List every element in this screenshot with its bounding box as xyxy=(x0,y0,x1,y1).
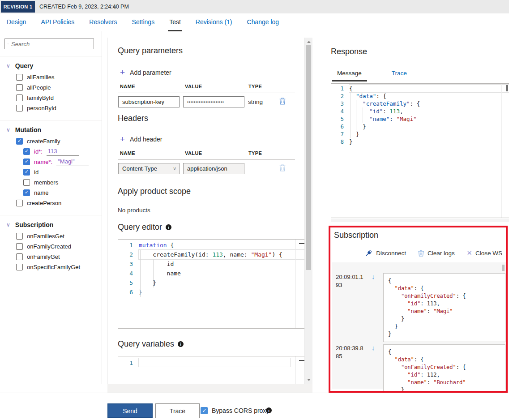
tab-message[interactable]: Message xyxy=(332,70,367,81)
chevron-down-icon[interactable] xyxy=(6,222,10,228)
scroll-down-arrow[interactable] xyxy=(307,379,311,381)
code-line: 1 mutation { xyxy=(118,240,304,250)
clear-logs-label: Clear logs xyxy=(428,250,455,257)
tab-api-policies[interactable]: API Policies xyxy=(40,18,76,31)
json-line: } xyxy=(388,315,500,323)
json-key: "data" xyxy=(349,93,376,99)
clear-logs-button[interactable]: Clear logs xyxy=(418,249,455,257)
arg-name-input[interactable]: "Magi" xyxy=(56,158,89,166)
checkbox[interactable] xyxy=(23,148,30,155)
log-timestamp: 20:09:01.193 xyxy=(336,273,370,289)
tree-item-onSpecificFamilyGet[interactable]: onSpecificFamilyGet xyxy=(0,262,102,272)
info-icon[interactable] xyxy=(178,341,184,347)
chevron-down-icon[interactable] xyxy=(6,63,10,69)
checkbox[interactable] xyxy=(16,84,23,91)
download-arrow-icon[interactable] xyxy=(372,273,375,280)
checkbox[interactable] xyxy=(16,264,23,270)
tree-item-allPeople[interactable]: allPeople xyxy=(0,82,102,93)
response-editor[interactable]: 1 { 2 "data": { 3 "createFamily": { 4 "i… xyxy=(331,83,509,218)
revision-dropdown-chevron-icon[interactable] xyxy=(113,0,117,13)
tree-item-personById[interactable]: personById xyxy=(0,103,102,113)
checkbox[interactable] xyxy=(23,179,30,186)
bypass-cors-checkbox[interactable] xyxy=(201,407,208,414)
tree-item-label: onSpecificFamilyGet xyxy=(27,264,80,270)
search-box[interactable] xyxy=(4,39,94,49)
checkbox[interactable] xyxy=(16,233,23,240)
checkbox[interactable] xyxy=(16,253,23,260)
tab-design[interactable]: Design xyxy=(5,18,28,31)
info-icon[interactable] xyxy=(266,407,272,413)
checkbox[interactable] xyxy=(16,74,23,81)
scrollbar-thumb[interactable] xyxy=(502,265,505,271)
scrollbar-thumb[interactable] xyxy=(506,85,508,91)
code-line: 4 name xyxy=(118,269,304,278)
add-parameter-button[interactable]: Add parameter xyxy=(120,69,304,76)
arg-id-input[interactable]: 113 xyxy=(47,148,79,156)
param-name-input[interactable] xyxy=(118,96,180,107)
tree-item-onFamiliesGet[interactable]: onFamiliesGet xyxy=(0,231,102,241)
close-ws-button[interactable]: Close WS xyxy=(467,249,502,257)
tree-item-onFamilyCreated[interactable]: onFamilyCreated xyxy=(0,241,102,252)
checkbox[interactable] xyxy=(16,243,23,250)
section-mutation[interactable]: Mutation xyxy=(0,120,102,136)
section-query[interactable]: Query xyxy=(0,56,102,72)
checkbox[interactable] xyxy=(16,94,23,101)
info-icon[interactable] xyxy=(166,224,171,230)
tree-field-members[interactable]: members xyxy=(0,177,102,188)
indent-guide xyxy=(351,92,351,138)
tree-item-createPerson[interactable]: createPerson xyxy=(0,198,102,208)
tree-arg-name[interactable]: name*: "Magi" xyxy=(0,157,102,167)
chevron-down-icon[interactable] xyxy=(6,127,10,133)
trace-button[interactable]: Trace xyxy=(155,403,200,418)
tab-settings[interactable]: Settings xyxy=(131,18,156,31)
section-subscription[interactable]: Subscription xyxy=(0,215,102,231)
checkbox[interactable] xyxy=(16,200,23,206)
scrollbar-thumb[interactable] xyxy=(306,45,311,270)
tab-resolvers[interactable]: Resolvers xyxy=(88,18,118,31)
json-line: "name": "Bouchard" xyxy=(388,379,500,386)
horizontal-scroll-track[interactable] xyxy=(331,219,509,222)
code-line: 1 xyxy=(118,358,304,368)
tab-change-log[interactable]: Change log xyxy=(246,18,281,31)
scrollbar-thumb[interactable] xyxy=(299,360,304,361)
tree-arg-id[interactable]: id*: 113 xyxy=(0,146,102,157)
tree-field-id[interactable]: id xyxy=(0,167,102,177)
checkbox[interactable] xyxy=(23,189,30,196)
checkbox[interactable] xyxy=(23,169,30,176)
line-number: 1 xyxy=(118,240,139,250)
tree-item-allFamilies[interactable]: allFamilies xyxy=(0,72,102,82)
header-table-header: NAME VALUE TYPE xyxy=(120,150,304,156)
close-icon xyxy=(467,250,472,256)
horizontal-scroll-track[interactable] xyxy=(107,384,312,393)
tab-revisions[interactable]: Revisions (1) xyxy=(194,18,234,31)
scroll-up-arrow[interactable] xyxy=(307,41,311,43)
query-variables-editor[interactable]: 1 xyxy=(118,356,304,384)
checkbox[interactable] xyxy=(23,159,30,165)
delete-parameter-button[interactable] xyxy=(279,98,286,106)
search-input[interactable] xyxy=(11,41,91,47)
close-ws-label: Close WS xyxy=(475,250,502,257)
checkbox[interactable] xyxy=(16,105,23,111)
download-arrow-icon[interactable] xyxy=(372,344,375,351)
disconnect-button[interactable]: Disconnect xyxy=(365,249,406,257)
tree-field-name[interactable]: name xyxy=(0,188,102,198)
tree-item-createFamily[interactable]: createFamily xyxy=(0,136,102,146)
subscription-highlight-box: Subscription Disconnect Clear logs Close… xyxy=(329,226,508,393)
query-editor[interactable]: 1 mutation { 2 createFamily(id: 113, nam… xyxy=(118,239,304,329)
tab-trace[interactable]: Trace xyxy=(386,70,412,81)
disconnect-label: Disconnect xyxy=(376,250,406,257)
middle-panel-scrollbar[interactable] xyxy=(304,38,312,384)
tree-item-label: name xyxy=(34,189,49,196)
tree-item-onFamilyGet[interactable]: onFamilyGet xyxy=(0,252,102,262)
tree-item-familyById[interactable]: familyById xyxy=(0,93,102,103)
divider xyxy=(0,393,509,393)
checkbox[interactable] xyxy=(16,138,23,145)
line-number: 3 xyxy=(118,259,139,269)
send-button[interactable]: Send xyxy=(107,403,153,418)
code-line: 4 "id": 113, xyxy=(331,107,509,115)
add-header-button[interactable]: Add header xyxy=(120,136,304,143)
code-punct: : xyxy=(389,116,396,122)
param-value-input[interactable] xyxy=(183,96,244,107)
scrollbar-thumb[interactable] xyxy=(299,243,304,244)
tab-test[interactable]: Test xyxy=(168,18,182,31)
